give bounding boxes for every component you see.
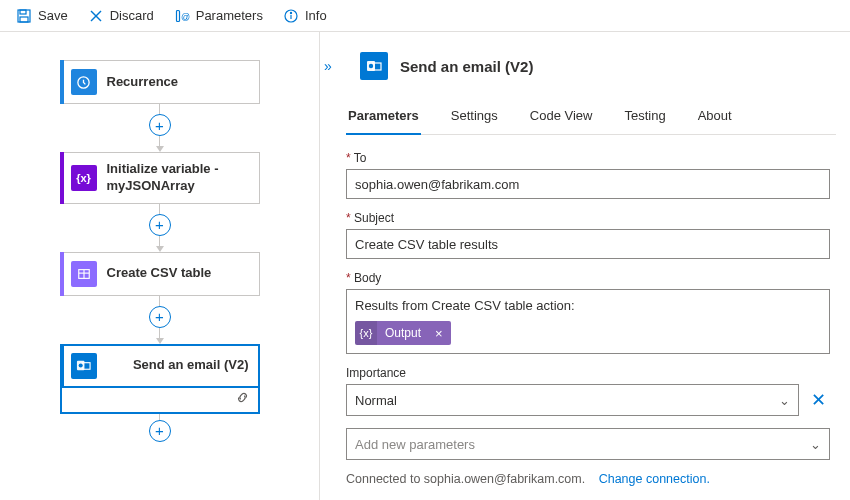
tab-bar: Parameters Settings Code View Testing Ab… xyxy=(346,102,836,135)
collapse-panel-button[interactable]: » xyxy=(324,58,332,74)
save-button[interactable]: Save xyxy=(8,4,76,28)
link-icon[interactable] xyxy=(235,390,250,408)
node-label: Recurrence xyxy=(107,74,179,91)
parameters-label: Parameters xyxy=(196,8,263,23)
node-create-csv-table[interactable]: Create CSV table xyxy=(60,252,260,296)
importance-value: Normal xyxy=(355,393,397,408)
importance-label: Importance xyxy=(346,366,830,380)
token-remove-button[interactable]: × xyxy=(427,326,451,341)
panel-title: Send an email (V2) xyxy=(400,58,533,75)
add-step-button[interactable]: + xyxy=(149,114,171,136)
parameters-button[interactable]: @ Parameters xyxy=(166,4,271,28)
discard-label: Discard xyxy=(110,8,154,23)
tab-settings[interactable]: Settings xyxy=(449,102,500,134)
svg-rect-1 xyxy=(20,10,26,14)
subject-input[interactable] xyxy=(346,229,830,259)
svg-rect-5 xyxy=(176,10,179,21)
variable-icon: {x} xyxy=(71,165,97,191)
node-initialize-variable[interactable]: {x} Initialize variable - myJSONArray xyxy=(60,152,260,204)
importance-select[interactable]: Normal ⌄ xyxy=(346,384,799,416)
details-panel: » Send an email (V2) Parameters Settings… xyxy=(320,32,850,500)
add-parameters-select[interactable]: Add new parameters ⌄ xyxy=(346,428,830,460)
main: Recurrence + {x} Initialize variable - m… xyxy=(0,32,850,500)
svg-point-9 xyxy=(290,12,291,13)
body-input[interactable]: Results from Create CSV table action: {x… xyxy=(346,289,830,354)
svg-point-16 xyxy=(79,364,83,368)
add-step-button[interactable]: + xyxy=(149,214,171,236)
body-label: Body xyxy=(346,271,830,285)
subject-label: Subject xyxy=(346,211,830,225)
svg-point-19 xyxy=(369,64,373,68)
save-label: Save xyxy=(38,8,68,23)
token-label: Output xyxy=(377,326,427,340)
to-input[interactable] xyxy=(346,169,830,199)
tab-testing[interactable]: Testing xyxy=(622,102,667,134)
clock-icon xyxy=(71,69,97,95)
info-button[interactable]: Info xyxy=(275,4,335,28)
chevron-down-icon: ⌄ xyxy=(779,393,790,408)
outlook-icon xyxy=(71,353,97,379)
connection-status: Connected to sophia.owen@fabrikam.com. C… xyxy=(346,472,830,486)
discard-button[interactable]: Discard xyxy=(80,4,162,28)
save-icon xyxy=(16,8,32,24)
parameters-form: To Subject Body Results from Create CSV … xyxy=(340,135,836,486)
body-token-output[interactable]: {x} Output × xyxy=(355,321,451,345)
node-label: Initialize variable - myJSONArray xyxy=(107,161,249,195)
info-icon xyxy=(283,8,299,24)
tab-about[interactable]: About xyxy=(696,102,734,134)
node-label: Create CSV table xyxy=(107,265,212,282)
add-step-button[interactable]: + xyxy=(149,306,171,328)
change-connection-link[interactable]: Change connection. xyxy=(599,472,710,486)
node-send-email[interactable]: Send an email (V2) xyxy=(60,344,260,388)
connected-to-text: Connected to sophia.owen@fabrikam.com. xyxy=(346,472,585,486)
outlook-icon xyxy=(360,52,388,80)
table-icon xyxy=(71,261,97,287)
add-parameters-label: Add new parameters xyxy=(355,437,475,452)
expression-icon: {x} xyxy=(355,321,377,345)
chevron-down-icon: ⌄ xyxy=(810,437,821,452)
body-text: Results from Create CSV table action: xyxy=(355,298,575,313)
close-icon xyxy=(88,8,104,24)
parameters-icon: @ xyxy=(174,8,190,24)
node-label: Send an email (V2) xyxy=(133,357,249,374)
to-label: To xyxy=(346,151,830,165)
add-step-button[interactable]: + xyxy=(149,420,171,442)
svg-text:@: @ xyxy=(181,12,190,22)
node-send-email-footer xyxy=(60,386,260,414)
node-recurrence[interactable]: Recurrence xyxy=(60,60,260,104)
flow-canvas: Recurrence + {x} Initialize variable - m… xyxy=(0,32,320,500)
tab-code-view[interactable]: Code View xyxy=(528,102,595,134)
tab-parameters[interactable]: Parameters xyxy=(346,102,421,135)
svg-rect-2 xyxy=(20,17,28,22)
info-label: Info xyxy=(305,8,327,23)
clear-importance-button[interactable]: ✕ xyxy=(807,385,830,415)
toolbar: Save Discard @ Parameters Info xyxy=(0,0,850,32)
